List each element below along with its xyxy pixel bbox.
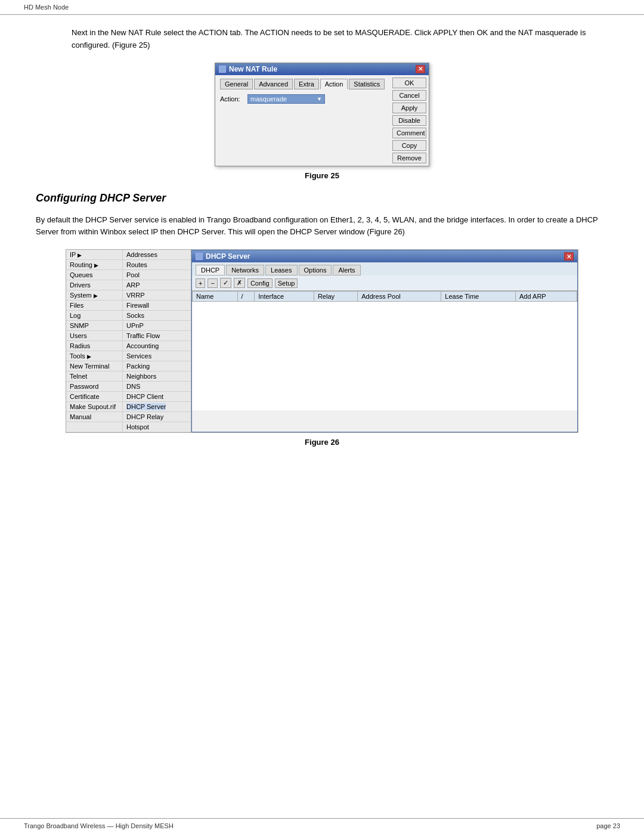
- menu-col1-password[interactable]: Password: [66, 382, 123, 391]
- menu-col1-log[interactable]: Log: [66, 311, 123, 320]
- menu-col1-drivers[interactable]: Drivers: [66, 280, 123, 290]
- nat-left-panel: General Advanced Extra Action Statistics…: [215, 75, 390, 166]
- dhcp-close-button[interactable]: ✕: [564, 252, 574, 261]
- config-button[interactable]: Config: [247, 278, 273, 288]
- menu-col1-newterminal[interactable]: New Terminal: [66, 361, 123, 371]
- menu-col2-accounting[interactable]: Accounting: [123, 341, 191, 351]
- minus-button[interactable]: −: [208, 278, 217, 288]
- menu-col1-ip[interactable]: IP ▶: [66, 250, 123, 259]
- menu-col2-services[interactable]: Services: [123, 351, 191, 361]
- menu-col2-arp[interactable]: ARP: [123, 280, 191, 290]
- menu-col2-dhcpserver[interactable]: DHCP Server: [123, 402, 191, 411]
- menu-col2-pool[interactable]: Pool: [123, 270, 191, 280]
- menu-row-makesupout: Make Supout.rif DHCP Server: [66, 402, 191, 412]
- menu-row-system: System ▶ VRRP: [66, 290, 191, 301]
- footer-bar: Trango Broadband Wireless — High Density…: [0, 818, 644, 833]
- copy-button[interactable]: Copy: [392, 140, 426, 151]
- menu-row-routing: Routing ▶ Routes: [66, 260, 191, 270]
- cross-button[interactable]: ✗: [234, 278, 245, 288]
- menu-col1-files[interactable]: Files: [66, 301, 123, 310]
- tab-action[interactable]: Action: [320, 79, 348, 89]
- menu-row-queues: Queues Pool: [66, 270, 191, 280]
- dhcp-titlebar: DHCP Server ✕: [192, 250, 577, 262]
- menu-col1-users[interactable]: Users: [66, 331, 123, 340]
- section-heading: Configuring DHCP Server: [36, 192, 608, 205]
- col-name: Name: [193, 292, 238, 302]
- menu-col1-radius[interactable]: Radius: [66, 341, 123, 351]
- menu-col2-dns[interactable]: DNS: [123, 382, 191, 391]
- dhcp-tab-leases[interactable]: Leases: [265, 265, 297, 275]
- tab-statistics[interactable]: Statistics: [349, 79, 385, 89]
- ok-button[interactable]: OK: [392, 78, 426, 88]
- tab-advanced[interactable]: Advanced: [254, 79, 293, 89]
- dhcp-server-window: DHCP Server ✕ DHCP Networks Leases Optio…: [191, 250, 578, 432]
- col-sort: /: [237, 292, 255, 302]
- menu-row-manual: Manual DHCP Relay: [66, 412, 191, 422]
- action-select[interactable]: masquerade ▼: [247, 94, 325, 104]
- menu-col1-telnet[interactable]: Telnet: [66, 371, 123, 381]
- dhcp-table: Name / Interface Relay Address Pool Leas…: [192, 291, 577, 302]
- menu-col2-firewall[interactable]: Firewall: [123, 301, 191, 310]
- menu-col2-packing[interactable]: Packing: [123, 361, 191, 371]
- dhcp-tab-dhcp[interactable]: DHCP: [196, 265, 225, 275]
- tab-extra[interactable]: Extra: [294, 79, 319, 89]
- menu-col2-neighbors[interactable]: Neighbors: [123, 371, 191, 381]
- menu-row-password: Password DNS: [66, 382, 191, 392]
- dhcp-tab-alerts[interactable]: Alerts: [333, 265, 360, 275]
- col-interface: Interface: [255, 292, 314, 302]
- setup-button[interactable]: Setup: [275, 278, 298, 288]
- col-address-pool: Address Pool: [358, 292, 441, 302]
- dhcp-toolbar: + − ✓ ✗ Config Setup: [192, 275, 577, 291]
- menu-row-newterminal: New Terminal Packing: [66, 361, 191, 371]
- menu-col2-upnp[interactable]: UPnP: [123, 321, 191, 330]
- menu-row-hotspot: Hotspot: [66, 422, 191, 432]
- menu-col2-vrrp[interactable]: VRRP: [123, 290, 191, 300]
- menu-col2-dhcprelay[interactable]: DHCP Relay: [123, 412, 191, 422]
- tab-general[interactable]: General: [220, 79, 253, 89]
- cancel-button[interactable]: Cancel: [392, 90, 426, 101]
- add-button[interactable]: +: [196, 278, 205, 288]
- menu-col1-certificate[interactable]: Certificate: [66, 392, 123, 401]
- dhcp-tab-options[interactable]: Options: [299, 265, 332, 275]
- dhcp-window-title: DHCP Server: [206, 252, 250, 261]
- figure-25-container: New NAT Rule ✕ General Advanced Extra Ac…: [36, 63, 608, 180]
- menu-row-certificate: Certificate DHCP Client: [66, 392, 191, 402]
- nat-right-panel: OK Cancel Apply Disable Comment Copy Rem…: [390, 75, 429, 166]
- apply-button[interactable]: Apply: [392, 103, 426, 113]
- nat-tabs: General Advanced Extra Action Statistics: [220, 79, 385, 89]
- intro-paragraph: Next in the New NAT Rule select the ACTI…: [36, 27, 608, 52]
- dhcp-outer: IP ▶ Addresses Routing ▶ Routes Queues P…: [66, 249, 578, 433]
- menu-col1-empty: [66, 422, 123, 432]
- menu-col1-makesupout[interactable]: Make Supout.rif: [66, 402, 123, 411]
- col-lease-time: Lease Time: [441, 292, 516, 302]
- figure-26-label: Figure 26: [305, 438, 339, 447]
- dhcp-menu-panel: IP ▶ Addresses Routing ▶ Routes Queues P…: [66, 250, 191, 432]
- menu-col1-manual[interactable]: Manual: [66, 412, 123, 422]
- menu-col2-addresses[interactable]: Addresses: [123, 250, 191, 259]
- menu-col1-system[interactable]: System ▶: [66, 290, 123, 300]
- col-add-arp: Add ARP: [516, 292, 577, 302]
- action-field-row: Action: masquerade ▼: [220, 94, 385, 104]
- check-button[interactable]: ✓: [220, 278, 231, 288]
- menu-col1-tools[interactable]: Tools ▶: [66, 351, 123, 361]
- menu-row-users: Users Traffic Flow: [66, 331, 191, 341]
- menu-col2-dhcpclient[interactable]: DHCP Client: [123, 392, 191, 401]
- menu-col1-queues[interactable]: Queues: [66, 270, 123, 280]
- main-content: Next in the New NAT Rule select the ACTI…: [0, 15, 644, 494]
- dhcp-tab-networks[interactable]: Networks: [226, 265, 264, 275]
- menu-row-log: Log Socks: [66, 311, 191, 321]
- menu-col2-socks[interactable]: Socks: [123, 311, 191, 320]
- menu-col1-routing[interactable]: Routing ▶: [66, 260, 123, 270]
- comment-button[interactable]: Comment: [392, 128, 426, 138]
- menu-col1-snmp[interactable]: SNMP: [66, 321, 123, 330]
- nat-rule-window: New NAT Rule ✕ General Advanced Extra Ac…: [215, 63, 429, 166]
- nat-close-button[interactable]: ✕: [416, 65, 425, 73]
- disable-button[interactable]: Disable: [392, 115, 426, 126]
- remove-button[interactable]: Remove: [392, 153, 426, 163]
- menu-col2-routes[interactable]: Routes: [123, 260, 191, 270]
- dhcp-content-area: Name / Interface Relay Address Pool Leas…: [192, 291, 577, 410]
- menu-row-snmp: SNMP UPnP: [66, 321, 191, 331]
- menu-col2-trafficflow[interactable]: Traffic Flow: [123, 331, 191, 340]
- menu-col2-hotspot[interactable]: Hotspot: [123, 422, 191, 432]
- footer-left: Trango Broadband Wireless — High Density…: [24, 822, 174, 829]
